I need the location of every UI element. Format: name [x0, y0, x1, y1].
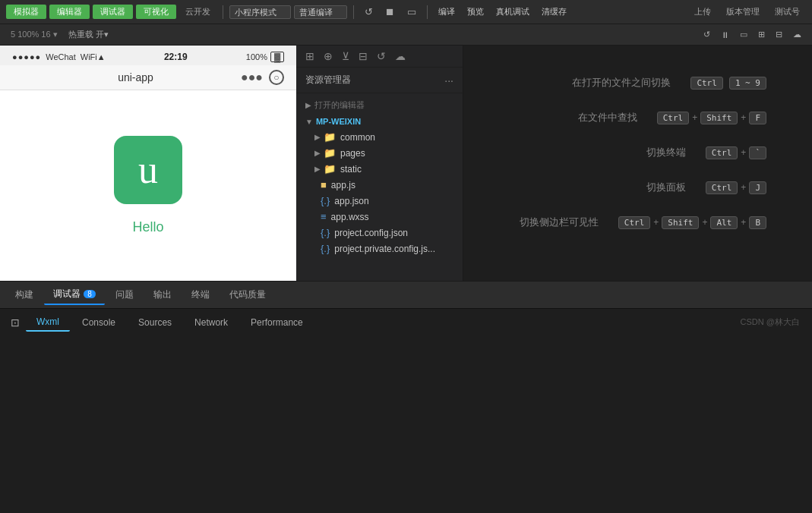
folder-pages[interactable]: ▶ 📁 pages: [296, 145, 463, 161]
file-appjson-label: app.json: [334, 196, 368, 206]
devtab-network[interactable]: Network: [184, 314, 239, 331]
shortcut-keys-1: Ctrl 1 ~ 9: [690, 77, 766, 90]
toolbar-icon-4[interactable]: ⊞: [754, 28, 769, 41]
phone-content: u Hello: [0, 90, 296, 281]
devtab-network-label: Network: [194, 317, 228, 328]
tab-debugger-label: 调试器: [53, 288, 81, 301]
stop-icon[interactable]: ⏹: [381, 5, 400, 19]
version-mgr-btn[interactable]: 版本管理: [720, 5, 766, 19]
phone-status-left: ●●●●● WeChat WiFi▲: [12, 52, 106, 61]
file-tree: ▶ 打开的编辑器 ▼ MP-WEIXIN ▶ 📁 common ▶ 📁 page…: [296, 93, 463, 281]
explorer-cloud-icon[interactable]: ☁: [392, 49, 409, 64]
real-debug-label: 真机调试: [491, 6, 534, 17]
folder-static[interactable]: ▶ 📁 static: [296, 161, 463, 177]
shortcut-label-5: 切换侧边栏可见性: [520, 216, 599, 229]
folder-static-icon: 📁: [324, 163, 336, 175]
simulator-btn[interactable]: 模拟器: [6, 5, 46, 19]
editor-btn[interactable]: 编辑器: [49, 5, 90, 19]
explorer-git-icon[interactable]: ⊻: [339, 49, 352, 64]
toolbar-icon-5[interactable]: ⊟: [771, 28, 787, 41]
devtab-sources[interactable]: Sources: [128, 314, 182, 331]
signal-dots: ●●●●●: [12, 52, 41, 61]
tab-problems[interactable]: 问题: [106, 285, 143, 304]
folder-common[interactable]: ▶ 📁 common: [296, 129, 463, 145]
tab-terminal[interactable]: 终端: [182, 285, 219, 304]
upload-btn[interactable]: 上传: [688, 5, 717, 19]
phone-title: uni-app: [118, 71, 153, 83]
devtab-wxml[interactable]: Wxml: [26, 313, 70, 332]
watermark: CSDN @林大白: [741, 316, 806, 328]
file-projectconfig-icon: {.}: [321, 227, 330, 238]
compile-dropdown[interactable]: 普通编译: [294, 5, 347, 19]
explorer-refresh-icon[interactable]: ↺: [374, 49, 389, 64]
devtools-tabs: ⊡ Wxml Console Sources Network Performan…: [0, 308, 812, 335]
shortcut-keys-5: Ctrl + Shift + Alt + B: [618, 216, 766, 229]
mode-dropdown[interactable]: 小程序模式: [229, 5, 291, 19]
phone-hello-text: Hello: [132, 219, 163, 235]
section-project[interactable]: ▼ MP-WEIXIN: [296, 114, 463, 129]
top-toolbar: 模拟器 编辑器 调试器 可视化 云开发 小程序模式 普通编译 ↺ ⏹ ▭ 编译 …: [0, 0, 812, 24]
explorer-search-icon[interactable]: ⊕: [321, 49, 336, 64]
tab-code-quality-label: 代码质量: [229, 288, 266, 301]
explorer-title: 资源管理器: [305, 74, 351, 87]
tab-debugger[interactable]: 调试器 8: [44, 285, 105, 305]
phone-nav-bar: uni-app ●●● ○: [0, 65, 296, 90]
home-circle-icon[interactable]: ○: [269, 70, 284, 85]
tab-output[interactable]: 输出: [144, 285, 181, 304]
explorer-pin-icon[interactable]: ⊞: [302, 49, 318, 64]
file-projectconfig-label: project.config.json: [334, 228, 408, 238]
arrow-project: ▼: [305, 118, 313, 126]
explorer-more-icon[interactable]: ···: [444, 74, 453, 87]
tab-build-label: 构建: [15, 288, 33, 301]
dots-menu-icon[interactable]: ●●●: [241, 71, 263, 84]
key-shift-5: Shift: [662, 216, 699, 229]
tab-code-quality[interactable]: 代码质量: [220, 285, 275, 304]
folder-common-icon: 📁: [324, 131, 336, 143]
zoom-label: 5 100% 16 ▾: [6, 30, 62, 39]
toolbar-icon-1[interactable]: ↺: [699, 28, 715, 41]
section-open-editors[interactable]: ▶ 打开的编辑器: [296, 96, 463, 114]
device-icon[interactable]: ▭: [403, 5, 421, 19]
key-ctrl-2: Ctrl: [657, 112, 690, 124]
folder-pages-label: pages: [340, 148, 365, 159]
shortcut-row-5: 切换侧边栏可见性 Ctrl + Shift + Alt + B: [520, 216, 766, 229]
shortcut-row-3: 切换终端 Ctrl + `: [646, 146, 766, 159]
tab-problems-label: 问题: [115, 288, 134, 301]
debugger-badge: 8: [84, 290, 96, 298]
sep2: [353, 5, 354, 19]
key-ctrl-3: Ctrl: [706, 146, 738, 159]
toolbar-icon-2[interactable]: ⏸: [716, 29, 734, 41]
file-appjson[interactable]: {.} app.json: [296, 193, 463, 209]
file-projectprivate[interactable]: {.} project.private.config.js...: [296, 241, 463, 256]
arrow-pages: ▶: [314, 149, 321, 157]
devtools-select-icon[interactable]: ⊡: [6, 315, 24, 330]
file-appjson-icon: {.}: [321, 195, 330, 206]
tab-build[interactable]: 构建: [6, 285, 43, 304]
file-appwxss[interactable]: ≡ app.wxss: [296, 209, 463, 225]
key-ctrl-1: Ctrl: [690, 77, 723, 90]
battery-percent: 100%: [246, 52, 267, 61]
sep1: [223, 5, 223, 19]
debugger-btn[interactable]: 调试器: [93, 5, 133, 19]
shortcut-row-2: 在文件中查找 Ctrl + Shift + F: [578, 111, 766, 124]
key-j: J: [749, 181, 766, 194]
phone-simulator: ●●●●● WeChat WiFi▲ 22:19 100% ▓ uni-app …: [0, 46, 296, 281]
carrier-name: WeChat: [46, 52, 76, 61]
compile-label: 编译: [434, 6, 460, 17]
explorer-toolbar: ⊞ ⊕ ⊻ ⊟ ↺ ☁: [296, 46, 463, 68]
devtab-console-label: Console: [82, 317, 115, 328]
file-appjs[interactable]: ■ app.js: [296, 177, 463, 193]
toolbar-icon-3[interactable]: ▭: [735, 28, 752, 41]
cloud-btn[interactable]: 云开发: [179, 5, 216, 19]
explorer-header: 资源管理器 ···: [296, 68, 463, 93]
devtab-performance[interactable]: Performance: [240, 314, 314, 331]
devtab-console[interactable]: Console: [71, 314, 126, 331]
visualize-btn[interactable]: 可视化: [136, 5, 176, 19]
test-btn[interactable]: 测试号: [769, 5, 806, 19]
refresh-icon[interactable]: ↺: [360, 5, 378, 19]
explorer-copy-icon[interactable]: ⊟: [355, 49, 371, 64]
preview-label: 预览: [463, 6, 488, 17]
toolbar-icon-6[interactable]: ☁: [788, 28, 806, 41]
hotreload-toggle[interactable]: 热重载 开▾: [64, 27, 113, 42]
file-projectconfig[interactable]: {.} project.config.json: [296, 225, 463, 241]
